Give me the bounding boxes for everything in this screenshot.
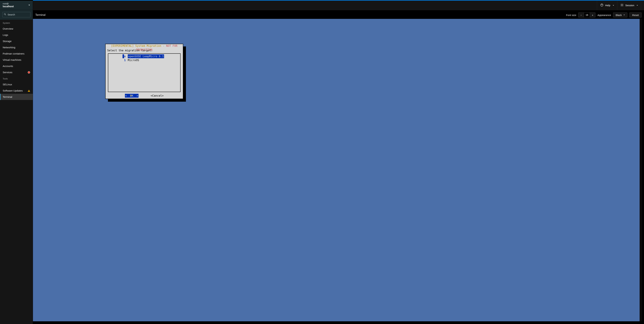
help-label: Help — [605, 4, 610, 7]
appearance-label: Appearance — [598, 14, 611, 17]
tui-option-label: openSUSE LeapMicro 6.1 — [128, 54, 164, 58]
chevron-down-icon — [636, 5, 638, 6]
font-decrease-button[interactable]: − — [578, 13, 584, 18]
help-menu[interactable]: Help — [597, 1, 617, 10]
sidebar-item-label: SELinux — [3, 83, 12, 86]
help-icon — [600, 3, 604, 7]
tui-dialog-title: [EXPERIMENTAL] System Migration - NOT FO… — [106, 44, 183, 52]
terminal-viewport[interactable]: [EXPERIMENTAL] System Migration - NOT FO… — [33, 19, 642, 321]
sidebar-item-accounts[interactable]: Accounts — [0, 63, 33, 69]
sidebar-item-label: Storage — [3, 40, 12, 43]
tui-option-list: x openSUSE LeapMicro 6.1 1 MicroOS — [108, 53, 180, 92]
alert-warning-icon — [28, 90, 30, 92]
session-label: Session — [625, 4, 634, 7]
sidebar-item-label: Logs — [3, 34, 8, 36]
reset-button[interactable]: Reset — [630, 13, 642, 18]
terminal-toolbar: Terminal Font size − 16 + Appearance Bla… — [33, 10, 644, 19]
sidebar-item-label: Networking — [3, 46, 15, 49]
tui-cancel-button[interactable]: <Cancel> — [150, 94, 164, 98]
tui-option[interactable]: 1 MicroOS — [108, 58, 180, 62]
host-user: root@ — [3, 2, 14, 5]
topbar-edge — [641, 1, 644, 10]
appearance-select[interactable]: Black — [613, 13, 627, 18]
tui-option[interactable]: x openSUSE LeapMicro 6.1 — [108, 54, 180, 58]
gear-icon — [620, 3, 624, 7]
tui-option-label: MicroOS — [128, 58, 139, 62]
svg-point-2 — [622, 5, 622, 6]
main: Help Session Terminal Font size − 16 + A… — [33, 1, 644, 324]
sidebar-item-overview[interactable]: Overview — [0, 26, 33, 32]
sidebar-item-label: Terminal — [3, 95, 12, 98]
topbar: Help Session — [33, 1, 644, 10]
sidebar-item-label: Overview — [3, 27, 13, 30]
sidebar-item-label: Software Updates — [3, 89, 23, 92]
chevron-down-icon — [624, 15, 625, 15]
nav-section-system: System — [0, 20, 33, 26]
search-input-wrap[interactable] — [2, 12, 30, 17]
sidebar-item-software-updates[interactable]: Software Updates — [0, 88, 33, 94]
font-size-label: Font size — [566, 14, 576, 17]
host-name: localhost — [3, 5, 14, 8]
font-size-value: 16 — [584, 13, 590, 18]
tui-dialog: [EXPERIMENTAL] System Migration - NOT FO… — [105, 44, 183, 99]
sidebar-item-storage[interactable]: Storage — [0, 38, 33, 44]
sidebar-item-networking[interactable]: Networking — [0, 44, 33, 51]
chevron-down-icon — [28, 5, 30, 6]
sidebar: root@ localhost System Overview Logs Sto… — [0, 1, 33, 324]
sidebar-item-label: Virtual machines — [3, 58, 21, 61]
sidebar-item-services[interactable]: Services — [0, 69, 33, 75]
sidebar-item-label: Podman containers — [3, 52, 24, 55]
sidebar-item-virtual-machines[interactable]: Virtual machines — [0, 57, 33, 63]
terminal-scrollbar[interactable] — [640, 19, 642, 321]
alert-error-icon — [28, 71, 30, 74]
appearance-value: Black — [616, 14, 622, 17]
sidebar-item-podman-containers[interactable]: Podman containers — [0, 51, 33, 57]
sidebar-item-label: Accounts — [3, 65, 13, 68]
sidebar-item-selinux[interactable]: SELinux — [0, 81, 33, 88]
session-menu[interactable]: Session — [617, 1, 641, 10]
font-increase-button[interactable]: + — [590, 13, 596, 18]
host-switcher[interactable]: root@ localhost — [0, 1, 33, 10]
nav-section-tools: Tools — [0, 75, 33, 81]
chevron-down-icon — [613, 5, 614, 6]
search-icon — [4, 13, 6, 16]
sidebar-item-terminal[interactable]: Terminal — [0, 94, 33, 100]
tui-ok-button[interactable]: < OK > — [125, 94, 138, 98]
sidebar-item-label: Services — [3, 71, 12, 74]
sidebar-item-logs[interactable]: Logs — [0, 32, 33, 38]
search-input[interactable] — [8, 13, 37, 16]
page-title: Terminal — [35, 14, 46, 17]
